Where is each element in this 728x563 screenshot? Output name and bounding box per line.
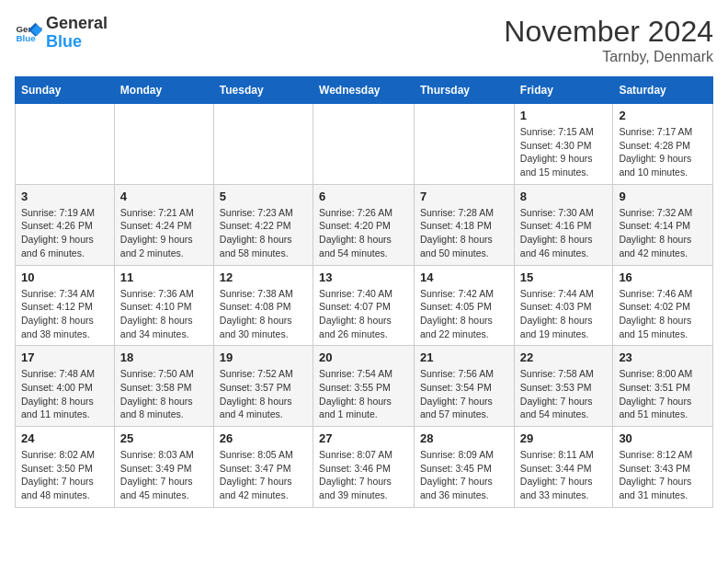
calendar-cell: 22Sunrise: 7:58 AMSunset: 3:53 PMDayligh… bbox=[514, 346, 613, 427]
day-info: Sunrise: 7:21 AMSunset: 4:24 PMDaylight:… bbox=[120, 206, 208, 260]
day-info: Sunrise: 7:34 AMSunset: 4:12 PMDaylight:… bbox=[21, 287, 108, 341]
calendar-col-header: Thursday bbox=[415, 77, 515, 104]
day-number: 6 bbox=[319, 190, 408, 203]
calendar-col-header: Friday bbox=[514, 77, 613, 104]
day-info: Sunrise: 7:17 AMSunset: 4:28 PMDaylight:… bbox=[619, 125, 707, 179]
calendar-cell: 15Sunrise: 7:44 AMSunset: 4:03 PMDayligh… bbox=[514, 265, 613, 346]
day-number: 16 bbox=[619, 270, 707, 284]
day-number: 29 bbox=[520, 431, 608, 445]
calendar-cell: 5Sunrise: 7:23 AMSunset: 4:22 PMDaylight… bbox=[213, 184, 313, 265]
calendar-cell: 1Sunrise: 7:15 AMSunset: 4:30 PMDaylight… bbox=[514, 104, 613, 185]
calendar-cell bbox=[415, 104, 515, 185]
calendar-cell: 3Sunrise: 7:19 AMSunset: 4:26 PMDaylight… bbox=[16, 184, 115, 265]
calendar-cell: 21Sunrise: 7:56 AMSunset: 3:54 PMDayligh… bbox=[415, 346, 515, 427]
day-number: 5 bbox=[220, 190, 307, 203]
calendar-cell: 16Sunrise: 7:46 AMSunset: 4:02 PMDayligh… bbox=[613, 265, 713, 346]
day-info: Sunrise: 8:11 AMSunset: 3:44 PMDaylight:… bbox=[520, 448, 608, 502]
calendar-cell: 11Sunrise: 7:36 AMSunset: 4:10 PMDayligh… bbox=[114, 265, 213, 346]
calendar-cell: 4Sunrise: 7:21 AMSunset: 4:24 PMDaylight… bbox=[114, 184, 213, 265]
calendar-cell: 7Sunrise: 7:28 AMSunset: 4:18 PMDaylight… bbox=[415, 184, 515, 265]
day-info: Sunrise: 8:05 AMSunset: 3:47 PMDaylight:… bbox=[220, 448, 307, 502]
day-info: Sunrise: 7:52 AMSunset: 3:57 PMDaylight:… bbox=[220, 367, 307, 421]
day-info: Sunrise: 7:44 AMSunset: 4:03 PMDaylight:… bbox=[520, 287, 608, 341]
day-number: 24 bbox=[21, 431, 108, 445]
day-info: Sunrise: 7:32 AMSunset: 4:14 PMDaylight:… bbox=[619, 206, 707, 260]
calendar-week-row: 3Sunrise: 7:19 AMSunset: 4:26 PMDaylight… bbox=[16, 184, 713, 265]
calendar-cell: 9Sunrise: 7:32 AMSunset: 4:14 PMDaylight… bbox=[613, 184, 713, 265]
day-number: 20 bbox=[319, 350, 408, 364]
calendar-cell bbox=[114, 104, 213, 185]
day-number: 26 bbox=[220, 431, 307, 445]
day-info: Sunrise: 7:46 AMSunset: 4:02 PMDaylight:… bbox=[619, 287, 707, 341]
calendar-cell: 30Sunrise: 8:12 AMSunset: 3:43 PMDayligh… bbox=[613, 427, 713, 508]
day-info: Sunrise: 7:28 AMSunset: 4:18 PMDaylight:… bbox=[420, 206, 508, 260]
day-info: Sunrise: 8:09 AMSunset: 3:45 PMDaylight:… bbox=[420, 448, 508, 502]
day-info: Sunrise: 7:23 AMSunset: 4:22 PMDaylight:… bbox=[220, 206, 307, 260]
calendar-cell: 2Sunrise: 7:17 AMSunset: 4:28 PMDaylight… bbox=[613, 104, 713, 185]
day-number: 11 bbox=[120, 270, 208, 284]
calendar-col-header: Tuesday bbox=[213, 77, 313, 104]
calendar-cell bbox=[16, 104, 115, 185]
logo-icon: General Blue bbox=[15, 19, 42, 47]
day-info: Sunrise: 7:36 AMSunset: 4:10 PMDaylight:… bbox=[120, 287, 208, 341]
page-header: General Blue General Blue November 2024 … bbox=[15, 15, 713, 65]
day-number: 18 bbox=[120, 350, 208, 364]
day-number: 8 bbox=[520, 190, 608, 203]
calendar-cell bbox=[313, 104, 415, 185]
calendar-cell: 23Sunrise: 8:00 AMSunset: 3:51 PMDayligh… bbox=[613, 346, 713, 427]
day-number: 15 bbox=[520, 270, 608, 284]
day-info: Sunrise: 7:58 AMSunset: 3:53 PMDaylight:… bbox=[520, 367, 608, 421]
day-number: 28 bbox=[420, 431, 508, 445]
day-number: 22 bbox=[520, 350, 608, 364]
day-info: Sunrise: 7:26 AMSunset: 4:20 PMDaylight:… bbox=[319, 206, 408, 260]
day-number: 13 bbox=[319, 270, 408, 284]
day-number: 4 bbox=[120, 190, 208, 203]
day-number: 1 bbox=[520, 109, 608, 122]
day-number: 7 bbox=[420, 190, 508, 203]
day-number: 10 bbox=[21, 270, 108, 284]
day-info: Sunrise: 7:56 AMSunset: 3:54 PMDaylight:… bbox=[420, 367, 508, 421]
day-info: Sunrise: 7:50 AMSunset: 3:58 PMDaylight:… bbox=[120, 367, 208, 421]
day-info: Sunrise: 8:12 AMSunset: 3:43 PMDaylight:… bbox=[619, 448, 707, 502]
day-number: 17 bbox=[21, 350, 108, 364]
calendar-week-row: 1Sunrise: 7:15 AMSunset: 4:30 PMDaylight… bbox=[16, 104, 713, 185]
calendar-body: 1Sunrise: 7:15 AMSunset: 4:30 PMDaylight… bbox=[16, 104, 713, 508]
day-info: Sunrise: 7:38 AMSunset: 4:08 PMDaylight:… bbox=[220, 287, 307, 341]
calendar-cell bbox=[213, 104, 313, 185]
calendar-week-row: 10Sunrise: 7:34 AMSunset: 4:12 PMDayligh… bbox=[16, 265, 713, 346]
calendar-cell: 26Sunrise: 8:05 AMSunset: 3:47 PMDayligh… bbox=[213, 427, 313, 508]
day-info: Sunrise: 7:15 AMSunset: 4:30 PMDaylight:… bbox=[520, 125, 608, 179]
day-info: Sunrise: 7:30 AMSunset: 4:16 PMDaylight:… bbox=[520, 206, 608, 260]
calendar-col-header: Saturday bbox=[613, 77, 713, 104]
day-number: 3 bbox=[21, 190, 108, 203]
calendar-cell: 17Sunrise: 7:48 AMSunset: 4:00 PMDayligh… bbox=[16, 346, 115, 427]
day-info: Sunrise: 7:48 AMSunset: 4:00 PMDaylight:… bbox=[21, 367, 108, 421]
calendar-cell: 25Sunrise: 8:03 AMSunset: 3:49 PMDayligh… bbox=[114, 427, 213, 508]
day-info: Sunrise: 8:02 AMSunset: 3:50 PMDaylight:… bbox=[21, 448, 108, 502]
calendar-cell: 12Sunrise: 7:38 AMSunset: 4:08 PMDayligh… bbox=[213, 265, 313, 346]
day-number: 12 bbox=[220, 270, 307, 284]
month-title: November 2024 bbox=[504, 15, 713, 49]
title-block: November 2024 Tarnby, Denmark bbox=[504, 15, 713, 65]
day-number: 21 bbox=[420, 350, 508, 364]
calendar-cell: 10Sunrise: 7:34 AMSunset: 4:12 PMDayligh… bbox=[16, 265, 115, 346]
day-number: 2 bbox=[619, 109, 707, 122]
day-info: Sunrise: 8:00 AMSunset: 3:51 PMDaylight:… bbox=[619, 367, 707, 421]
calendar-cell: 6Sunrise: 7:26 AMSunset: 4:20 PMDaylight… bbox=[313, 184, 415, 265]
calendar-table: SundayMondayTuesdayWednesdayThursdayFrid… bbox=[15, 76, 713, 508]
calendar-col-header: Sunday bbox=[16, 77, 115, 104]
calendar-cell: 18Sunrise: 7:50 AMSunset: 3:58 PMDayligh… bbox=[114, 346, 213, 427]
logo-general-text: General bbox=[46, 14, 108, 32]
calendar-cell: 13Sunrise: 7:40 AMSunset: 4:07 PMDayligh… bbox=[313, 265, 415, 346]
calendar-header-row: SundayMondayTuesdayWednesdayThursdayFrid… bbox=[16, 77, 713, 104]
calendar-week-row: 24Sunrise: 8:02 AMSunset: 3:50 PMDayligh… bbox=[16, 427, 713, 508]
calendar-cell: 27Sunrise: 8:07 AMSunset: 3:46 PMDayligh… bbox=[313, 427, 415, 508]
calendar-week-row: 17Sunrise: 7:48 AMSunset: 4:00 PMDayligh… bbox=[16, 346, 713, 427]
calendar-cell: 19Sunrise: 7:52 AMSunset: 3:57 PMDayligh… bbox=[213, 346, 313, 427]
calendar-cell: 14Sunrise: 7:42 AMSunset: 4:05 PMDayligh… bbox=[415, 265, 515, 346]
calendar-cell: 20Sunrise: 7:54 AMSunset: 3:55 PMDayligh… bbox=[313, 346, 415, 427]
day-info: Sunrise: 8:07 AMSunset: 3:46 PMDaylight:… bbox=[319, 448, 408, 502]
day-number: 23 bbox=[619, 350, 707, 364]
calendar-cell: 24Sunrise: 8:02 AMSunset: 3:50 PMDayligh… bbox=[16, 427, 115, 508]
day-number: 19 bbox=[220, 350, 307, 364]
